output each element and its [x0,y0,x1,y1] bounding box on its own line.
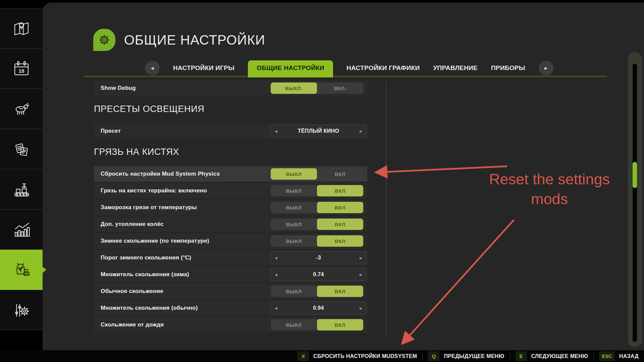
toggle-on-button[interactable]: ВКЛ [317,319,363,330]
stepper-next-icon[interactable]: ▶ [360,306,362,310]
sliders-gear-icon [12,300,31,320]
sidebar-item-contracts[interactable] [0,129,43,169]
toggle-off-button[interactable]: ВЫКЛ. [271,82,317,94]
toggle-off-button[interactable]: ВЫКЛ [271,219,317,230]
toggle-switch[interactable]: ВЫКЛВКЛ [271,319,363,330]
footer-hint-x[interactable]: XСБРОСИТЬ НАСТРОЙКИ MUDSYSTEM [298,351,417,361]
production-icon [12,180,31,199]
tab-1[interactable]: НАСТРОЙКИ ИГРЫ [173,64,234,72]
setting-label: Show Debug [101,85,136,92]
setting-label: Доп. утопление колёс [101,221,164,228]
footer-divider [593,353,594,360]
sidebar-item-map[interactable] [0,8,43,49]
scrollbar-thumb[interactable] [633,162,637,188]
sidebar-item-prices[interactable]: 12345 L [0,250,43,290]
toggle-switch[interactable]: ВЫКЛ.ВКЛ. [271,82,363,94]
toggle-on-button[interactable]: ВКЛ [317,219,363,230]
seed-bag-icon: 12345 L [12,260,31,280]
toggle-on-button[interactable]: ВКЛ. [317,82,363,94]
setting-label: Множитель скольжения (обычно) [101,305,198,311]
section-heading: ГРЯЗЬ НА КИСТЯХ [94,145,367,159]
prev-tab-button[interactable]: ◀ [145,61,160,75]
toggle-off-button[interactable]: ВЫКЛ [271,168,317,180]
toggle-off-button[interactable]: ВЫКЛ [271,286,317,297]
setting-row[interactable]: Грязь на кистях террайна: включеноВЫКЛВК… [94,183,367,198]
setting-label: Сбросить настройки Mud System Physics [101,171,220,177]
sidebar-item-production[interactable] [0,169,43,209]
toggle-switch[interactable]: ВЫКЛВКЛ [271,185,363,196]
setting-row[interactable]: Скольжение от дождяВЫКЛВКЛ [94,317,367,333]
toggle-switch[interactable]: ВЫКЛВКЛ [271,168,363,180]
tab-2[interactable]: ОБЩИЕ НАСТРОЙКИ [248,60,333,76]
price-label: 12345 L [23,273,30,275]
setting-row[interactable]: Доп. утопление колёсВЫКЛВКЛ [94,217,367,232]
stepper-next-icon[interactable]: ▶ [360,273,362,277]
cow-icon [12,99,31,119]
toggle-switch[interactable]: ВЫКЛВКЛ [271,286,363,297]
keycap-q: Q [428,351,439,361]
stepper-prev-icon[interactable]: ◀ [275,273,277,277]
stepper-prev-icon[interactable]: ◀ [275,256,277,260]
tab-3[interactable]: НАСТРОЙКИ ГРАФИКИ [346,64,420,72]
sidebar-item-statistics[interactable] [0,209,43,250]
stepper-prev-icon[interactable]: ◀ [275,306,277,310]
setting-row[interactable]: Множитель скольжения (обычно)◀0.94▶ [94,300,367,316]
toggle-off-button[interactable]: ВЫКЛ [271,235,317,247]
toggle-on-button[interactable]: ВКЛ [317,235,363,247]
stepper-next-icon[interactable]: ▶ [360,129,362,133]
setting-row[interactable]: Порог зимнего скольжения (°C)◀-3▶ [94,250,367,265]
stepper-value: -3 [277,255,360,261]
setting-row[interactable]: Show DebugВЫКЛ.ВКЛ. [94,80,367,96]
keycap-x: X [298,351,309,361]
tab-4[interactable]: УПРАВЛЕНИЕ [433,64,478,72]
setting-row[interactable]: Пресет◀ТЁПЛЫЙ КИНО▶ [94,123,367,139]
next-tab-button[interactable]: ▶ [539,61,553,75]
setting-row[interactable]: Заморозка грязи от температурыВЫКЛВКЛ [94,200,367,215]
toggle-on-button[interactable]: ВКЛ [317,168,363,180]
value-stepper[interactable]: ◀ТЁПЛЫЙ КИНО▶ [270,125,367,137]
footer-divider [422,353,423,360]
page-title: ОБЩИЕ НАСТРОЙКИ [124,33,265,48]
toggle-off-button[interactable]: ВЫКЛ [271,202,317,213]
setting-row[interactable]: Множитель скольжения (зима)◀0.74▶ [94,267,367,282]
stepper-prev-icon[interactable]: ◀ [275,129,277,133]
value-stepper[interactable]: ◀0.74▶ [270,268,367,281]
toggle-off-button[interactable]: ВЫКЛ [271,185,317,196]
footer-hint-bar: XСБРОСИТЬ НАСТРОЙКИ MUDSYSTEMQПРЕДЫДУЩЕЕ… [0,350,644,362]
toggle-switch[interactable]: ВЫКЛВКЛ [271,235,363,247]
toggle-on-button[interactable]: ВКЛ [317,286,363,297]
value-stepper[interactable]: ◀0.94▶ [270,302,367,314]
toggle-switch[interactable]: ВЫКЛВКЛ [271,202,363,213]
annotation-text: Reset the settings mods [472,169,627,209]
setting-row[interactable]: Обычное скольжениеВЫКЛВКЛ [94,284,367,299]
gear-icon [98,33,111,47]
toggle-on-button[interactable]: ВКЛ [317,202,363,213]
content-divider [386,82,386,339]
toggle-switch[interactable]: ВЫКЛВКЛ [271,219,363,230]
sidebar-item-animals[interactable] [0,89,43,129]
toggle-off-button[interactable]: ВЫКЛ [271,319,317,330]
setting-row[interactable]: Сбросить настройки Mud System PhysicsВЫК… [94,166,367,182]
hint-label: НАЗАД [619,353,639,359]
stepper-value: 0.94 [277,305,360,311]
value-stepper[interactable]: ◀-3▶ [270,251,367,264]
sidebar-item-mod-settings[interactable] [0,290,43,330]
tab-5[interactable]: ПРИБОРЫ [491,64,525,72]
sidebar: 15 [0,0,43,362]
sidebar-item-calendar[interactable]: 15 [0,49,43,89]
scrollbar-track[interactable] [633,64,637,342]
setting-label: Зимнее скольжение (по температуре) [101,238,209,244]
toggle-on-button[interactable]: ВКЛ [317,185,363,196]
setting-row[interactable]: Зимнее скольжение (по температуре)ВЫКЛВК… [94,233,367,249]
tab-list: НАСТРОЙКИ ИГРЫОБЩИЕ НАСТРОЙКИНАСТРОЙКИ Г… [173,60,525,76]
footer-hint-e[interactable]: EСЛЕДУЮЩЕЕ МЕНЮ [516,351,588,361]
hint-label: СЛЕДУЮЩЕЕ МЕНЮ [531,353,588,359]
settings-badge [93,29,115,51]
stepper-next-icon[interactable]: ▶ [360,256,362,260]
calendar-day: 15 [18,68,24,73]
footer-hint-esc[interactable]: ESCНАЗАД [599,351,639,361]
stepper-value: 0.74 [277,272,360,278]
footer-hint-q[interactable]: QПРЕДЫДУЩЕЕ МЕНЮ [428,351,504,361]
hint-label: СБРОСИТЬ НАСТРОЙКИ MUDSYSTEM [313,353,417,359]
setting-label: Порог зимнего скольжения (°C) [101,254,191,261]
